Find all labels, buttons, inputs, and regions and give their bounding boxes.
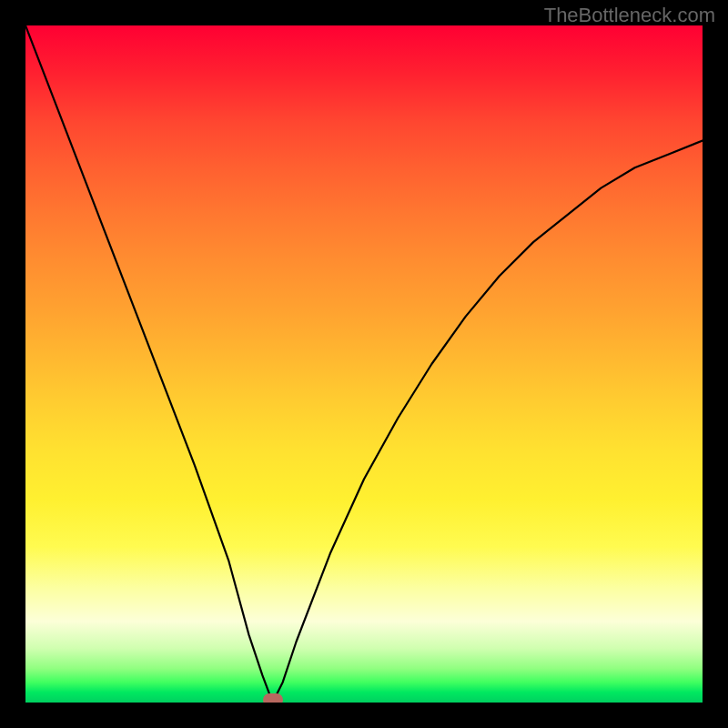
chart-curve-svg [25, 25, 703, 703]
bottleneck-curve-line [25, 25, 703, 703]
minimum-marker [263, 693, 283, 703]
chart-plot-area [25, 25, 703, 703]
watermark-text: TheBottleneck.com [544, 4, 715, 27]
